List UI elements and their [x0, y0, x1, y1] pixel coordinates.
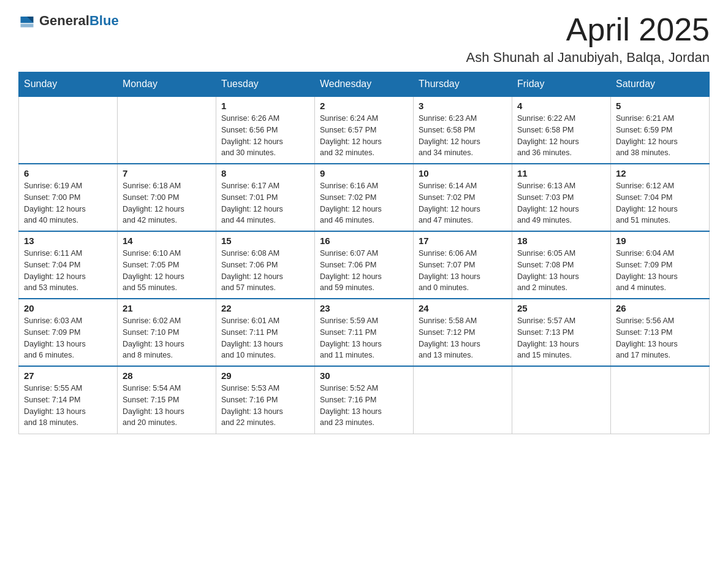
week-row-5: 27Sunrise: 5:55 AMSunset: 7:14 PMDayligh… [19, 366, 710, 434]
week-row-3: 13Sunrise: 6:11 AMSunset: 7:04 PMDayligh… [19, 231, 710, 299]
day-info: Sunrise: 6:08 AMSunset: 7:06 PMDaylight:… [221, 248, 309, 294]
day-info: Sunrise: 6:24 AMSunset: 6:57 PMDaylight:… [320, 113, 408, 159]
calendar-cell: 3Sunrise: 6:23 AMSunset: 6:58 PMDaylight… [414, 96, 512, 164]
calendar-cell [611, 366, 710, 434]
day-number: 10 [419, 168, 507, 178]
calendar-cell: 24Sunrise: 5:58 AMSunset: 7:12 PMDayligh… [414, 299, 512, 366]
day-number: 16 [320, 236, 408, 246]
calendar-cell: 23Sunrise: 5:59 AMSunset: 7:11 PMDayligh… [315, 299, 414, 366]
day-info: Sunrise: 5:55 AMSunset: 7:14 PMDaylight:… [24, 383, 112, 429]
day-number: 9 [320, 168, 408, 178]
day-info: Sunrise: 6:06 AMSunset: 7:07 PMDaylight:… [419, 248, 507, 294]
calendar-cell: 13Sunrise: 6:11 AMSunset: 7:04 PMDayligh… [19, 231, 118, 299]
day-info: Sunrise: 5:58 AMSunset: 7:12 PMDaylight:… [419, 315, 507, 361]
day-number: 19 [616, 236, 704, 246]
week-row-4: 20Sunrise: 6:03 AMSunset: 7:09 PMDayligh… [19, 299, 710, 366]
day-number: 4 [517, 101, 605, 111]
day-number: 24 [419, 303, 507, 313]
col-header-saturday: Saturday [611, 72, 710, 97]
day-info: Sunrise: 6:21 AMSunset: 6:59 PMDaylight:… [616, 113, 704, 159]
col-header-wednesday: Wednesday [315, 72, 414, 97]
calendar-cell [512, 366, 611, 434]
week-row-1: 1Sunrise: 6:26 AMSunset: 6:56 PMDaylight… [19, 96, 710, 164]
title-block: April 2025 Ash Shunah al Janubiyah, Balq… [466, 12, 710, 66]
day-number: 22 [221, 303, 309, 313]
day-number: 8 [221, 168, 309, 178]
day-info: Sunrise: 6:11 AMSunset: 7:04 PMDaylight:… [24, 248, 112, 294]
logo-icon [18, 12, 36, 29]
day-info: Sunrise: 5:59 AMSunset: 7:11 PMDaylight:… [320, 315, 408, 361]
calendar-cell [118, 96, 216, 164]
day-number: 5 [616, 101, 704, 111]
day-number: 2 [320, 101, 408, 111]
day-info: Sunrise: 6:23 AMSunset: 6:58 PMDaylight:… [419, 113, 507, 159]
col-header-sunday: Sunday [19, 72, 118, 97]
calendar-table: SundayMondayTuesdayWednesdayThursdayFrid… [18, 72, 710, 434]
logo-blue: Blue [89, 13, 119, 28]
calendar-cell: 16Sunrise: 6:07 AMSunset: 7:06 PMDayligh… [315, 231, 414, 299]
calendar-cell: 29Sunrise: 5:53 AMSunset: 7:16 PMDayligh… [216, 366, 315, 434]
calendar-cell: 2Sunrise: 6:24 AMSunset: 6:57 PMDaylight… [315, 96, 414, 164]
day-number: 3 [419, 101, 507, 111]
day-info: Sunrise: 6:01 AMSunset: 7:11 PMDaylight:… [221, 315, 309, 361]
day-number: 18 [517, 236, 605, 246]
calendar-cell: 20Sunrise: 6:03 AMSunset: 7:09 PMDayligh… [19, 299, 118, 366]
page-header: GeneralBlue April 2025 Ash Shunah al Jan… [18, 12, 710, 66]
location-subtitle: Ash Shunah al Janubiyah, Balqa, Jordan [466, 50, 710, 66]
logo-general: General [39, 13, 89, 28]
day-info: Sunrise: 6:22 AMSunset: 6:58 PMDaylight:… [517, 113, 605, 159]
month-year-title: April 2025 [466, 12, 710, 47]
day-info: Sunrise: 5:57 AMSunset: 7:13 PMDaylight:… [517, 315, 605, 361]
day-info: Sunrise: 6:26 AMSunset: 6:56 PMDaylight:… [221, 113, 309, 159]
calendar-cell: 17Sunrise: 6:06 AMSunset: 7:07 PMDayligh… [414, 231, 512, 299]
calendar-cell [414, 366, 512, 434]
calendar-cell: 26Sunrise: 5:56 AMSunset: 7:13 PMDayligh… [611, 299, 710, 366]
day-info: Sunrise: 6:18 AMSunset: 7:00 PMDaylight:… [123, 180, 211, 226]
calendar-cell: 12Sunrise: 6:12 AMSunset: 7:04 PMDayligh… [611, 164, 710, 231]
calendar-cell: 5Sunrise: 6:21 AMSunset: 6:59 PMDaylight… [611, 96, 710, 164]
day-number: 14 [123, 236, 211, 246]
calendar-cell: 19Sunrise: 6:04 AMSunset: 7:09 PMDayligh… [611, 231, 710, 299]
calendar-cell: 15Sunrise: 6:08 AMSunset: 7:06 PMDayligh… [216, 231, 315, 299]
calendar-cell: 10Sunrise: 6:14 AMSunset: 7:02 PMDayligh… [414, 164, 512, 231]
day-number: 25 [517, 303, 605, 313]
day-number: 13 [24, 236, 112, 246]
logo: GeneralBlue [18, 12, 119, 29]
calendar-cell: 6Sunrise: 6:19 AMSunset: 7:00 PMDaylight… [19, 164, 118, 231]
day-number: 26 [616, 303, 704, 313]
day-number: 30 [320, 370, 408, 381]
day-info: Sunrise: 6:02 AMSunset: 7:10 PMDaylight:… [123, 315, 211, 361]
calendar-cell: 18Sunrise: 6:05 AMSunset: 7:08 PMDayligh… [512, 231, 611, 299]
day-number: 6 [24, 168, 112, 178]
day-number: 11 [517, 168, 605, 178]
day-number: 21 [123, 303, 211, 313]
day-info: Sunrise: 6:04 AMSunset: 7:09 PMDaylight:… [616, 248, 704, 294]
col-header-tuesday: Tuesday [216, 72, 315, 97]
day-number: 15 [221, 236, 309, 246]
day-number: 17 [419, 236, 507, 246]
day-info: Sunrise: 5:52 AMSunset: 7:16 PMDaylight:… [320, 383, 408, 429]
calendar-cell: 9Sunrise: 6:16 AMSunset: 7:02 PMDaylight… [315, 164, 414, 231]
day-number: 29 [221, 370, 309, 381]
day-number: 23 [320, 303, 408, 313]
day-info: Sunrise: 6:17 AMSunset: 7:01 PMDaylight:… [221, 180, 309, 226]
calendar-cell: 21Sunrise: 6:02 AMSunset: 7:10 PMDayligh… [118, 299, 216, 366]
calendar-cell: 11Sunrise: 6:13 AMSunset: 7:03 PMDayligh… [512, 164, 611, 231]
day-info: Sunrise: 6:07 AMSunset: 7:06 PMDaylight:… [320, 248, 408, 294]
day-number: 28 [123, 370, 211, 381]
calendar-cell: 30Sunrise: 5:52 AMSunset: 7:16 PMDayligh… [315, 366, 414, 434]
day-number: 12 [616, 168, 704, 178]
day-info: Sunrise: 6:10 AMSunset: 7:05 PMDaylight:… [123, 248, 211, 294]
calendar-cell: 28Sunrise: 5:54 AMSunset: 7:15 PMDayligh… [118, 366, 216, 434]
calendar-header-row: SundayMondayTuesdayWednesdayThursdayFrid… [19, 72, 710, 97]
day-info: Sunrise: 6:14 AMSunset: 7:02 PMDaylight:… [419, 180, 507, 226]
calendar-cell: 7Sunrise: 6:18 AMSunset: 7:00 PMDaylight… [118, 164, 216, 231]
calendar-cell: 8Sunrise: 6:17 AMSunset: 7:01 PMDaylight… [216, 164, 315, 231]
day-info: Sunrise: 6:19 AMSunset: 7:00 PMDaylight:… [24, 180, 112, 226]
day-info: Sunrise: 6:13 AMSunset: 7:03 PMDaylight:… [517, 180, 605, 226]
day-info: Sunrise: 6:03 AMSunset: 7:09 PMDaylight:… [24, 315, 112, 361]
day-number: 7 [123, 168, 211, 178]
day-number: 27 [24, 370, 112, 381]
col-header-thursday: Thursday [414, 72, 512, 97]
calendar-cell: 14Sunrise: 6:10 AMSunset: 7:05 PMDayligh… [118, 231, 216, 299]
